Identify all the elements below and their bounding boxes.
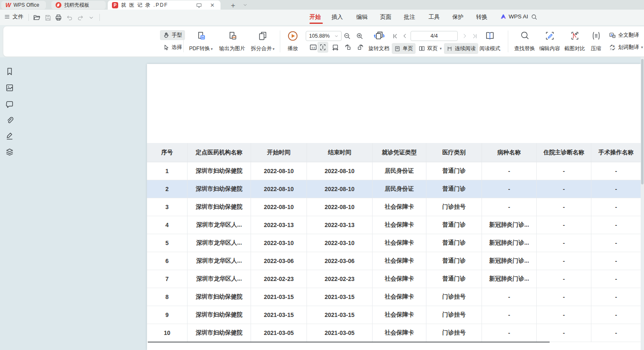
print-icon[interactable] <box>54 13 63 22</box>
table-cell: 社会保障卡 <box>373 198 426 216</box>
select-tool-button[interactable]: 选择 <box>160 42 185 52</box>
reading-mode-label[interactable]: 阅读模式 <box>479 45 500 52</box>
scrollbar-thumb[interactable] <box>641 59 644 184</box>
rotate-document-icon[interactable] <box>371 30 388 42</box>
rotate-right-icon[interactable] <box>355 42 366 53</box>
thumbnails-icon[interactable] <box>5 83 14 92</box>
menu-item-protect[interactable]: 保护 <box>452 13 464 21</box>
table-cell: - <box>591 216 641 234</box>
signature-pen-icon[interactable] <box>5 131 14 141</box>
table-cell: - <box>591 234 641 252</box>
tab-docer-templates[interactable]: 找稻壳模板 <box>51 1 106 9</box>
table-cell: 深圳市龙华区人... <box>188 270 251 288</box>
continuous-reading-button[interactable]: 连续阅读 <box>444 43 478 54</box>
hand-tool-button[interactable]: 手型 <box>160 30 185 40</box>
undo-icon[interactable] <box>65 13 74 22</box>
split-merge-button[interactable]: 拆分合并▾ <box>248 29 277 55</box>
find-replace-label: 查找替换 <box>514 45 535 52</box>
play-label: 播放 <box>288 45 298 52</box>
zoom-in-icon[interactable] <box>354 31 365 41</box>
table-row: 9深圳市妇幼保健院2021-03-152021-03-15社会保障卡门诊挂号--… <box>147 306 641 324</box>
export-image-button[interactable]: 输出为图片 <box>218 29 247 55</box>
rotate-left-icon[interactable] <box>342 42 353 53</box>
vertical-scrollbar[interactable] <box>641 57 644 350</box>
table-cell: - <box>482 198 537 216</box>
table-cell: 2021-03-15 <box>307 288 373 306</box>
table-cell: 9 <box>147 306 188 324</box>
wps-ai-label: WPS AI <box>509 13 528 20</box>
chevron-down-icon: ▾ <box>211 47 213 51</box>
tab-label: 找稻壳模板 <box>64 2 89 9</box>
layers-icon[interactable] <box>5 148 14 157</box>
menu-item-convert[interactable]: 转换 <box>476 13 487 21</box>
svg-text:W: W <box>201 36 204 39</box>
open-folder-icon[interactable] <box>32 13 41 22</box>
table-cell: 4 <box>147 216 188 234</box>
close-tab-icon[interactable]: ✕ <box>210 2 215 8</box>
table-header-row: 序号定点医药机构名称开始时间结束时间就诊凭证类型医疗类别病种名称住院主诊断名称手… <box>147 143 641 162</box>
zoom-out-icon[interactable] <box>342 31 352 41</box>
menu-item-page[interactable]: 页面 <box>380 13 391 21</box>
tab-list-chevron-icon[interactable] <box>241 1 249 9</box>
screen-cast-icon[interactable] <box>196 2 202 8</box>
menu-item-annotate[interactable]: 批注 <box>404 13 415 21</box>
compress-button[interactable]: 压缩 <box>584 29 608 55</box>
new-tab-icon[interactable]: ＋ <box>229 1 237 9</box>
save-icon[interactable] <box>43 13 52 22</box>
fit-page-icon[interactable] <box>317 42 328 53</box>
page-number-input[interactable]: 4/4 <box>411 31 458 41</box>
bookmark-icon[interactable] <box>5 67 14 76</box>
table-cell: - <box>591 162 641 180</box>
full-text-translate-button[interactable]: A 文 全文翻译 <box>606 30 642 40</box>
comment-icon[interactable] <box>5 100 14 109</box>
fit-width-icon[interactable] <box>330 42 341 53</box>
reading-mode-icon[interactable] <box>483 30 497 42</box>
table-cell: 1 <box>147 162 188 180</box>
table-cell: 深圳市妇幼保健院 <box>188 162 251 180</box>
menu-item-edit[interactable]: 编辑 <box>356 13 368 21</box>
menu-item-tools[interactable]: 工具 <box>428 13 440 21</box>
last-page-icon[interactable] <box>469 31 480 41</box>
table-cell: - <box>482 324 537 342</box>
table-cell: 2022-08-10 <box>251 162 307 180</box>
table-row: 5深圳市龙华区人...2022-03-102022-03-10社会保障卡普通门诊… <box>147 234 641 252</box>
table-cell: 2022-03-13 <box>251 216 307 234</box>
full-text-translate-icon: A 文 <box>609 32 616 39</box>
word-translate-button[interactable]: A 文 划词翻译 ▾ <box>606 42 644 52</box>
table-cell: 普通门诊 <box>426 270 482 288</box>
compress-icon <box>591 31 601 41</box>
table-cell: 新冠肺炎门诊... <box>482 216 537 234</box>
table-cell: 2021-03-15 <box>251 288 307 306</box>
tab-document[interactable]: P 就 医 记 录 .PDF ✕ <box>108 0 221 10</box>
cursor-icon <box>163 44 170 51</box>
ribbon-panel: 手型 选择 W PDF转换▾ 输出为图片 拆分合并▾ 播放 105.88% <box>3 26 644 57</box>
pdf-convert-button[interactable]: W PDF转换▾ <box>186 29 216 55</box>
rotate-document-label[interactable]: 旋转文档 <box>368 45 389 52</box>
single-page-button[interactable]: 单页 <box>392 43 416 54</box>
double-page-button[interactable]: 双页 ▾ <box>416 43 444 54</box>
file-menu-button[interactable]: 文件 <box>4 13 23 20</box>
menu-item-home[interactable]: 开始 <box>309 13 321 21</box>
previous-page-icon[interactable] <box>399 31 410 41</box>
zoom-level-select[interactable]: 105.88% <box>306 31 342 41</box>
hand-icon <box>163 32 170 38</box>
tab-wps-home[interactable]: W WPS Office <box>1 1 46 9</box>
play-icon <box>287 31 298 41</box>
table-row: 7深圳市龙华区人...2022-02-232022-02-23社会保障卡普通门诊… <box>147 270 641 288</box>
svg-text:A: A <box>611 33 613 36</box>
table-cell: 2021-03-15 <box>307 306 373 324</box>
table-cell: - <box>591 270 641 288</box>
wps-ai-button[interactable]: WPS AI <box>500 13 528 20</box>
attachment-icon[interactable] <box>5 116 14 125</box>
menu-item-insert[interactable]: 插入 <box>332 13 343 21</box>
menu-search-icon[interactable] <box>530 13 539 22</box>
table-cell: 普通门诊 <box>426 252 482 270</box>
table-cell: 2022-03-10 <box>307 234 373 252</box>
redo-icon[interactable] <box>76 13 85 22</box>
quick-access-chevron-icon[interactable] <box>86 13 96 22</box>
play-button[interactable]: 播放 <box>279 29 307 55</box>
word-translate-icon: A 文 <box>609 44 616 51</box>
menu-bar: 文件 开始 插入 编辑 页面 批注 工具 保护 转换 WPS AI <box>0 10 644 25</box>
continuous-reading-icon <box>446 46 453 52</box>
hamburger-icon <box>4 14 10 20</box>
